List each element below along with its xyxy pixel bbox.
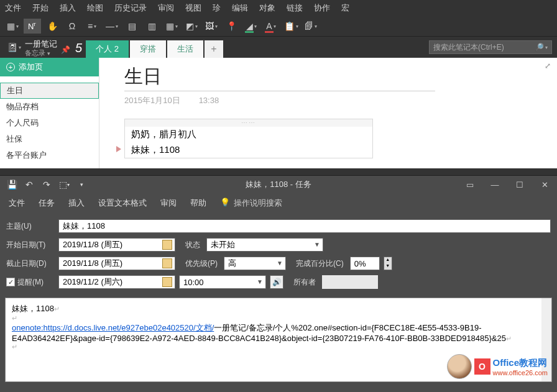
subject-input[interactable]: 妹妹，1108 xyxy=(58,219,551,233)
symbol-tool[interactable]: Ω xyxy=(63,19,81,34)
outlook-titlebar: 💾 ↶ ↷ ⬚ ▾ ▾ 妹妹，1108 - 任务 ▭ — ☐ ✕ xyxy=(0,176,557,193)
pin-tool[interactable]: 📍 xyxy=(223,19,240,34)
notebook-icon[interactable]: 📓▾ xyxy=(5,40,22,55)
fill-tool[interactable]: ◢▾ xyxy=(242,19,260,34)
reminder-date-input[interactable]: 2019/11/2 (周六) xyxy=(58,275,175,289)
outlook-task-window: 💾 ↶ ↷ ⬚ ▾ ▾ 妹妹，1108 - 任务 ▭ — ☐ ✕ 文件 任务 插… xyxy=(0,175,557,392)
export-tool[interactable]: 🗐▾ xyxy=(302,19,320,34)
menu-review[interactable]: 审阅 xyxy=(158,2,174,14)
pin-icon[interactable]: 📌 xyxy=(61,45,70,54)
note-line[interactable]: 妹妹，1108 xyxy=(125,142,372,158)
ol-menu-review[interactable]: 审阅 xyxy=(160,198,177,209)
hr-tool[interactable]: —▾ xyxy=(103,19,121,34)
maximize-button[interactable]: ☐ xyxy=(507,176,532,193)
minimize-button[interactable]: — xyxy=(482,176,507,193)
reminder-label: ✓提醒(M) xyxy=(6,277,55,288)
save-button[interactable]: 💾 xyxy=(4,178,20,191)
tab-personal[interactable]: 个人 2 xyxy=(86,40,129,58)
expand-icon[interactable]: ⤢ xyxy=(545,62,551,70)
grid2-tool[interactable]: ▥ xyxy=(143,19,160,34)
percent-input[interactable]: 0% xyxy=(350,257,380,270)
ol-menu-format[interactable]: 设置文本格式 xyxy=(98,198,147,209)
onenote-menubar: 文件 开始 插入 绘图 历史记录 审阅 视图 珍 编辑 对象 链接 协作 宏 xyxy=(0,0,557,16)
page-item-birthday[interactable]: 生日 xyxy=(0,83,99,99)
redo-button[interactable]: ↷ xyxy=(39,178,55,191)
calendar-icon[interactable] xyxy=(162,277,172,287)
font-color-tool[interactable]: A▾ xyxy=(262,19,280,34)
reminder-time-select[interactable]: 10:00▼ xyxy=(179,275,266,289)
text-select-tool[interactable]: NT xyxy=(24,19,41,34)
menu-macro[interactable]: 宏 xyxy=(341,2,349,14)
grid3-tool[interactable]: ▦▾ xyxy=(163,19,180,34)
ribbon-collapse-button[interactable]: ▭ xyxy=(458,176,482,193)
tab-add[interactable]: + xyxy=(205,40,223,58)
qat-dropdown[interactable]: ▾ xyxy=(73,178,90,191)
status-select[interactable]: 未开始▼ xyxy=(206,238,323,252)
office-logo-icon: O xyxy=(474,358,490,375)
grid1-tool[interactable]: ▤ xyxy=(123,19,140,34)
outlook-menubar: 文件 任务 插入 设置文本格式 审阅 帮助 💡操作说明搜索 xyxy=(0,193,557,213)
onenote-link[interactable]: onenote:https://d.docs.live.net/e927ebe0… xyxy=(12,323,214,332)
undo-button[interactable]: ↶ xyxy=(21,178,37,191)
calendar-icon[interactable] xyxy=(162,258,172,268)
ol-menu-file[interactable]: 文件 xyxy=(9,198,25,209)
page-title[interactable]: 生日 xyxy=(124,64,435,91)
qat-more[interactable]: ⬚ ▾ xyxy=(56,178,72,191)
menu-file[interactable]: 文件 xyxy=(5,2,21,14)
calendar-icon[interactable] xyxy=(162,240,172,250)
page-item-size[interactable]: 个人尺码 xyxy=(0,115,99,131)
page-item-social[interactable]: 社保 xyxy=(0,131,99,147)
paste-tool[interactable]: 📋▾ xyxy=(282,19,300,34)
image-tool[interactable]: 🖼▾ xyxy=(203,19,220,34)
notebook-label[interactable]: 一册笔记 备忘录 ▾ xyxy=(25,40,57,58)
due-date-label: 截止日期(D) xyxy=(6,258,55,269)
table-tool[interactable]: ▦▾ xyxy=(4,19,21,34)
menu-collab[interactable]: 协作 xyxy=(314,2,330,14)
menu-insert[interactable]: 插入 xyxy=(60,2,76,14)
menu-object[interactable]: 对象 xyxy=(259,2,275,14)
note-handle[interactable]: ⋯⋯ xyxy=(125,119,372,127)
note-container[interactable]: ⋯⋯ 奶奶，腊月初八 妹妹，1108 xyxy=(124,119,373,158)
ol-menu-insert[interactable]: 插入 xyxy=(68,198,85,209)
plus-icon: + xyxy=(6,63,15,71)
page-item-inventory[interactable]: 物品存档 xyxy=(0,99,99,115)
search-icon[interactable]: 🔎 xyxy=(535,43,544,52)
ol-menu-help[interactable]: 帮助 xyxy=(190,198,206,209)
due-date-input[interactable]: 2019/11/8 (周五) xyxy=(58,257,175,270)
priority-label: 优先级(P) xyxy=(185,258,218,269)
owner-label: 所有者 xyxy=(293,277,316,288)
menu-edit[interactable]: 编辑 xyxy=(232,2,248,14)
page-sidebar: +添加页 生日 物品存档 个人尺码 社保 各平台账户 xyxy=(0,58,99,168)
list-tool[interactable]: ≡▾ xyxy=(83,19,101,34)
menu-draw[interactable]: 绘图 xyxy=(87,2,103,14)
sound-button[interactable]: 🔊 xyxy=(270,275,283,289)
page-item-accounts[interactable]: 各平台账户 xyxy=(0,147,99,163)
priority-select[interactable]: 高▼ xyxy=(224,257,286,270)
menu-home[interactable]: 开始 xyxy=(32,2,48,14)
crop-tool[interactable]: ◩▾ xyxy=(183,19,200,34)
reminder-checkbox[interactable]: ✓ xyxy=(6,278,15,286)
percent-spinner[interactable]: ▲▼ xyxy=(384,257,392,270)
page-content[interactable]: ⤢ 生日 2015年1月10日13:38 ⋯⋯ 奶奶，腊月初八 妹妹，1108 xyxy=(99,58,557,168)
close-button[interactable]: ✕ xyxy=(532,176,557,193)
avatar xyxy=(447,354,472,379)
page-meta: 2015年1月10日13:38 xyxy=(124,95,551,106)
percent-label: 完成百分比(C) xyxy=(296,258,344,269)
tell-me[interactable]: 💡操作说明搜索 xyxy=(220,198,282,209)
menu-view[interactable]: 视图 xyxy=(185,2,201,14)
add-page-button[interactable]: +添加页 xyxy=(0,58,99,76)
start-date-label: 开始日期(T) xyxy=(6,240,55,250)
ol-menu-task[interactable]: 任务 xyxy=(39,198,55,209)
notebook-count: 5 xyxy=(75,41,82,55)
tab-outfit[interactable]: 穿搭 xyxy=(130,40,166,58)
hand-tool[interactable]: ✋ xyxy=(44,19,61,34)
note-line[interactable]: 奶奶，腊月初八 xyxy=(125,127,372,142)
task-body[interactable]: 妹妹，1108↵ ↵ onenote:https://d.docs.live.n… xyxy=(5,298,552,382)
start-date-input[interactable]: 2019/11/8 (周五) xyxy=(58,238,175,252)
menu-link[interactable]: 链接 xyxy=(287,2,303,14)
menu-gem[interactable]: 珍 xyxy=(213,2,221,14)
status-label: 状态 xyxy=(185,240,200,250)
search-input[interactable]: 搜索此笔记本(Ctrl+E)🔎▾ xyxy=(429,40,552,54)
menu-history[interactable]: 历史记录 xyxy=(114,2,147,14)
tab-life[interactable]: 生活 xyxy=(167,40,203,58)
